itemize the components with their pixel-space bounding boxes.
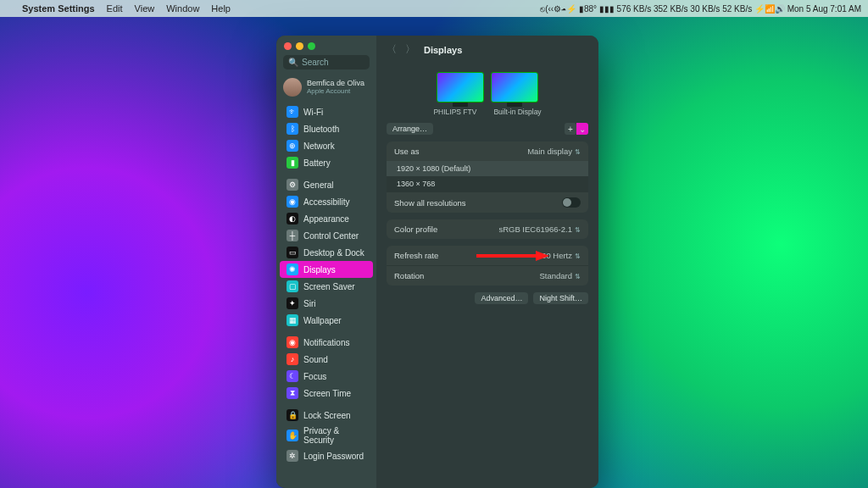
sidebar-item-wallpaper[interactable]: ▦Wallpaper <box>280 312 373 329</box>
zoom-button[interactable] <box>308 42 315 50</box>
back-button[interactable]: 〈 <box>387 42 397 57</box>
sidebar-icon: ᛒ <box>287 123 298 135</box>
refresh-rate-label: Refresh rate <box>394 251 438 260</box>
resolution-option-0[interactable]: 1920 × 1080 (Default) <box>387 161 588 176</box>
sidebar-item-appearance[interactable]: ◐Appearance <box>280 210 373 227</box>
sidebar-item-label: Lock Screen <box>303 411 351 420</box>
color-profile-value: sRGB IEC61966-2.1 <box>498 225 572 234</box>
window-controls <box>276 36 376 53</box>
sidebar-item-siri[interactable]: ✦Siri <box>280 295 373 312</box>
system-settings-window: 🔍 Search Bemfica de Oliva Apple Account … <box>276 36 598 488</box>
sidebar-icon: ✋ <box>287 430 298 441</box>
sidebar-item-login-password[interactable]: ✲Login Password <box>280 447 373 464</box>
use-as-label: Use as <box>394 147 420 156</box>
sidebar-item-label: Screen Saver <box>303 282 355 291</box>
sidebar-icon: ♪ <box>287 353 298 365</box>
monitor-thumb-2[interactable] <box>491 72 538 103</box>
titlebar: 〈 〉 Displays <box>376 36 598 64</box>
sidebar-item-desktop-dock[interactable]: ▭Desktop & Dock <box>280 244 373 261</box>
display-arrangement[interactable] <box>387 64 588 108</box>
menubar: System Settings Edit View Window Help ⎋(… <box>0 0 868 17</box>
sidebar-item-wi-fi[interactable]: ᯤWi-Fi <box>280 103 373 120</box>
night-shift-button[interactable]: Night Shift… <box>533 292 588 304</box>
sidebar-icon: ⧗ <box>287 387 298 399</box>
user-name: Bemfica de Oliva <box>307 80 364 88</box>
menu-help[interactable]: Help <box>211 3 231 14</box>
menubar-status-area[interactable]: ⎋(‹‹⚙☁⚡ ▮88° ▮▮▮ 576 KB/s 352 KB/s 30 KB… <box>540 4 861 14</box>
sidebar-icon: 🔒 <box>287 409 298 421</box>
sidebar-item-label: Sound <box>303 355 328 364</box>
sidebar-item-general[interactable]: ⚙General <box>280 176 373 193</box>
chevron-updown-icon: ⇅ <box>575 252 581 260</box>
sidebar-item-label: Network <box>303 141 335 151</box>
sidebar-icon: ⚙ <box>287 179 298 191</box>
rotation-label: Rotation <box>394 271 424 280</box>
sidebar-item-label: Privacy & Security <box>303 426 366 445</box>
close-button[interactable] <box>284 42 292 50</box>
sidebar-item-bluetooth[interactable]: ᛒBluetooth <box>280 120 373 137</box>
use-as-value: Main display <box>527 147 572 156</box>
sidebar-item-accessibility[interactable]: ◉Accessibility <box>280 193 373 210</box>
sidebar-item-label: Screen Time <box>303 389 351 398</box>
add-display-button[interactable]: + <box>565 123 576 135</box>
display-options-button[interactable]: ⌄ <box>576 123 588 135</box>
sidebar-item-screen-saver[interactable]: ▢Screen Saver <box>280 278 373 295</box>
sidebar-item-network[interactable]: ⊕Network <box>280 137 373 154</box>
sidebar-item-sound[interactable]: ♪Sound <box>280 351 373 368</box>
sidebar-item-label: Displays <box>303 265 336 274</box>
rotation-row[interactable]: Rotation Standard⇅ <box>387 265 588 286</box>
sidebar-icon: ◐ <box>287 213 298 225</box>
chevron-updown-icon: ⇅ <box>575 148 581 156</box>
sidebar-item-label: General <box>303 180 334 190</box>
sidebar-item-screen-time[interactable]: ⧗Screen Time <box>280 385 373 402</box>
forward-button[interactable]: 〉 <box>405 42 415 57</box>
avatar <box>283 78 302 97</box>
sidebar-item-notifications[interactable]: ◉Notifications <box>280 334 373 351</box>
menu-edit[interactable]: Edit <box>107 3 123 14</box>
sidebar-icon: ▦ <box>287 314 298 326</box>
monitor-thumb-1[interactable] <box>437 72 484 103</box>
search-input[interactable]: 🔍 Search <box>283 55 370 69</box>
sidebar-icon: ✲ <box>287 450 298 462</box>
chevron-updown-icon: ⇅ <box>575 273 581 280</box>
sidebar-item-battery[interactable]: ▮Battery <box>280 154 373 171</box>
sidebar-item-control-center[interactable]: ┼Control Center <box>280 227 373 244</box>
content-pane: 〈 〉 Displays PHILIPS FTV Built-in Displa… <box>376 36 598 488</box>
color-profile-row[interactable]: Color profile sRGB IEC61966-2.1⇅ <box>387 219 588 239</box>
show-all-label: Show all resolutions <box>394 198 466 208</box>
resolution-option-1[interactable]: 1360 × 768 <box>387 176 588 191</box>
menu-view[interactable]: View <box>135 3 155 14</box>
sidebar-icon: ⊕ <box>287 140 298 152</box>
sidebar-item-label: Notifications <box>303 338 349 347</box>
show-all-toggle[interactable] <box>562 197 581 208</box>
app-menu[interactable]: System Settings <box>22 3 95 14</box>
sidebar-icon: ᯤ <box>287 106 298 118</box>
apple-account-row[interactable]: Bemfica de Oliva Apple Account <box>276 75 376 103</box>
menu-window[interactable]: Window <box>166 3 199 14</box>
sidebar-icon: ▮ <box>287 157 298 169</box>
user-sub: Apple Account <box>307 87 364 95</box>
search-icon: 🔍 <box>288 58 298 67</box>
sidebar-item-label: Battery <box>303 158 331 168</box>
sidebar-item-privacy-security[interactable]: ✋Privacy & Security <box>280 424 373 447</box>
sidebar-item-focus[interactable]: ☾Focus <box>280 368 373 385</box>
sidebar-item-label: Appearance <box>303 214 349 224</box>
advanced-button[interactable]: Advanced… <box>475 292 528 304</box>
arrange-button[interactable]: Arrange… <box>387 123 433 135</box>
sidebar-icon: ✦ <box>287 297 298 309</box>
monitor-label-2: Built-in Display <box>493 108 541 116</box>
minimize-button[interactable] <box>296 42 303 50</box>
sidebar-icon: ✺ <box>287 263 298 275</box>
sidebar-item-displays[interactable]: ✺Displays <box>280 261 373 278</box>
sidebar-item-label: Focus <box>303 372 326 381</box>
sidebar-item-lock-screen[interactable]: 🔒Lock Screen <box>280 407 373 424</box>
use-as-row[interactable]: Use as Main display⇅ <box>387 141 588 161</box>
color-profile-label: Color profile <box>394 225 437 234</box>
sidebar-item-label: Wallpaper <box>303 316 342 325</box>
refresh-rate-row[interactable]: Refresh rate 60 Hertz⇅ <box>387 246 588 265</box>
sidebar-item-label: Login Password <box>303 452 364 461</box>
chevron-updown-icon: ⇅ <box>575 226 581 234</box>
sidebar: 🔍 Search Bemfica de Oliva Apple Account … <box>276 36 376 488</box>
sidebar-item-label: Wi-Fi <box>303 108 323 117</box>
monitor-label-1: PHILIPS FTV <box>433 108 476 116</box>
